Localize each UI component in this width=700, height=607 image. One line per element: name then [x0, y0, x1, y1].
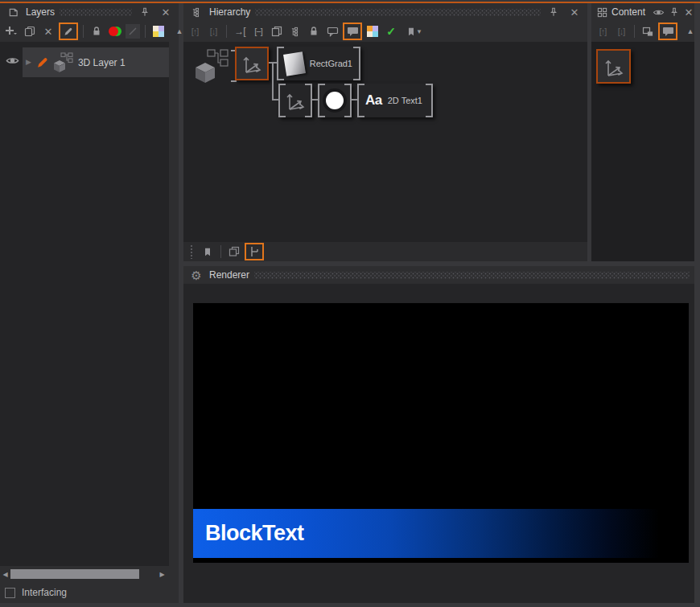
content-toolbar: [↑] [↓] ▲ [591, 21, 694, 42]
palette-swatch [153, 31, 159, 37]
content-panel: Content ✕ [↑] [↓] ▲ [591, 3, 694, 261]
root-3d-layer-node[interactable] [195, 48, 232, 84]
scroll-left-icon[interactable]: ◀ [0, 568, 10, 580]
palette-swatch [367, 26, 373, 31]
content-panel-title: Content [611, 6, 645, 18]
palette-swatch [159, 31, 164, 37]
stack-copies-icon[interactable] [269, 23, 285, 39]
disabled-line-icon[interactable] [126, 24, 140, 39]
edit-layer-button-selected[interactable] [59, 23, 78, 40]
import-icon[interactable]: [↓] [613, 23, 629, 39]
bookmark-icon[interactable] [200, 244, 216, 260]
renderer-titlebar-grip [254, 272, 690, 279]
hierarchy-graph-canvas[interactable]: RectGrad1 Aa 2D Text1 [183, 42, 587, 242]
pip-frames-icon[interactable] [640, 23, 656, 39]
transform-node[interactable] [278, 84, 312, 117]
node-link [272, 62, 274, 100]
bookmark-dropdown-icon[interactable]: ▾ [401, 23, 426, 39]
hierarchy-bottom-toolbar [183, 242, 587, 261]
toolbar-separator [83, 25, 84, 38]
scroll-right-icon[interactable]: ▶ [157, 568, 167, 580]
content-list [591, 42, 694, 261]
move-into-icon[interactable]: →[ [232, 23, 248, 39]
export-icon[interactable]: [↑] [187, 23, 203, 39]
content-panel-icon [595, 4, 608, 20]
gear-icon[interactable]: ⚙ [188, 267, 204, 283]
text2d-node[interactable]: Aa 2D Text1 [357, 84, 433, 117]
rendered-gradient-bar: BlockText [193, 509, 689, 558]
edit-pencil-icon [35, 55, 49, 69]
app-window: Layers ✕ ✕ [0, 0, 700, 607]
transform-node-selected[interactable] [235, 47, 269, 80]
dropdown-arrow: ▾ [418, 28, 422, 35]
stack-copies-icon[interactable] [226, 244, 242, 260]
hierarchy-panel: Hierarchy ✕ [↑] [↓] →[ [−] [183, 3, 587, 261]
node-name: RectGrad1 [310, 59, 352, 68]
color-palette-icon[interactable] [364, 23, 381, 39]
toolbar-separator [220, 245, 221, 258]
circle-node[interactable] [318, 84, 352, 117]
export-icon[interactable]: [↑] [595, 23, 611, 39]
apply-check-icon[interactable]: ✓ [383, 23, 399, 39]
layers-panel: Layers ✕ ✕ [0, 3, 179, 603]
close-icon[interactable]: ✕ [158, 4, 174, 20]
close-icon[interactable]: ✕ [566, 4, 583, 20]
color-palette-icon[interactable] [150, 23, 167, 39]
collapse-toolbar-icon[interactable]: ▲ [682, 23, 698, 39]
pin-icon[interactable] [546, 4, 562, 20]
node-link [352, 99, 357, 100]
comment-filled-button-selected[interactable] [658, 23, 677, 40]
interfacing-checkbox[interactable] [5, 588, 15, 598]
palette-swatch [373, 26, 378, 31]
tree-structure-icon[interactable] [287, 23, 303, 39]
content-transform-item-selected[interactable] [596, 49, 631, 84]
duplicate-layer-icon[interactable] [22, 23, 38, 39]
render-viewport[interactable]: BlockText [193, 303, 689, 563]
pin-icon[interactable] [669, 4, 680, 20]
horizontal-align-icon[interactable]: [−] [250, 23, 266, 39]
lock-icon[interactable] [89, 23, 105, 39]
close-icon[interactable]: ✕ [683, 4, 694, 20]
comment-filled-button-selected[interactable] [343, 23, 362, 40]
scrollbar-thumb[interactable] [10, 569, 139, 579]
hierarchy-titlebar-grip [255, 9, 541, 16]
node-link [312, 99, 318, 100]
rectgrad-node[interactable]: RectGrad1 [277, 47, 360, 80]
branch-view-button-selected[interactable] [245, 243, 264, 260]
hierarchy-panel-icon [188, 4, 204, 20]
content-titlebar: Content ✕ [591, 3, 694, 21]
hierarchy-toolbar: [↑] [↓] →[ [−] ✓ [183, 21, 587, 42]
add-layer-button[interactable] [3, 23, 19, 39]
eye-icon[interactable] [652, 4, 665, 20]
layer-name: 3D Layer 1 [78, 57, 126, 68]
pin-icon[interactable] [137, 4, 153, 20]
comment-outline-icon[interactable] [324, 23, 340, 39]
layers-toolbar: ✕ ▲ [0, 21, 179, 42]
3d-layer-type-icon [53, 52, 74, 73]
renderer-titlebar: ⚙ Renderer [183, 266, 694, 284]
renderer-panel: ⚙ Renderer BlockText [183, 266, 694, 603]
interfacing-bar: Interfacing [0, 582, 179, 603]
layer-row-3d-layer-1[interactable]: ▶ 3D Layer 1 [23, 47, 169, 77]
text-node-aa-icon: Aa [365, 92, 382, 109]
circle-material-icon [326, 92, 344, 109]
delete-layer-icon[interactable]: ✕ [40, 23, 56, 39]
lock-icon[interactable] [306, 23, 322, 39]
node-name: 2D Text1 [388, 96, 422, 105]
toolbar-separator [634, 25, 635, 38]
rendered-block-text: BlockText [193, 521, 304, 546]
import-icon[interactable]: [↓] [205, 23, 221, 39]
visibility-eye-icon[interactable] [6, 55, 19, 66]
toolbar-separator [145, 25, 146, 38]
palette-swatch [373, 31, 378, 37]
layers-titlebar-grip [60, 9, 132, 16]
renderer-panel-title: Renderer [209, 269, 249, 281]
palette-swatch [367, 31, 373, 37]
palette-swatch [159, 26, 164, 31]
layers-horizontal-scrollbar[interactable]: ◀ ▶ [0, 568, 169, 580]
expand-arrow-icon[interactable]: ▶ [26, 59, 31, 66]
onoff-state-icon[interactable] [107, 23, 123, 39]
layers-vertical-scrollbar[interactable] [169, 42, 179, 566]
hierarchy-titlebar: Hierarchy ✕ [183, 3, 587, 21]
palette-swatch [153, 26, 159, 31]
